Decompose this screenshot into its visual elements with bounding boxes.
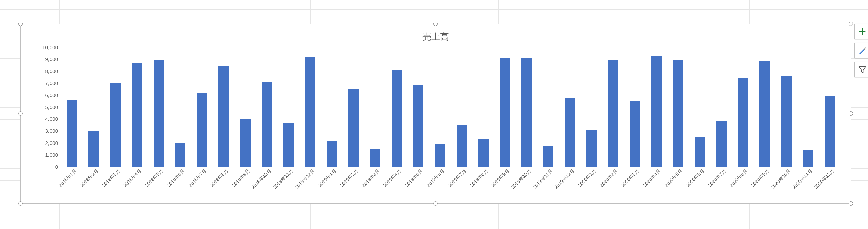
x-axis-tick-label: 2018年9月 (229, 167, 251, 188)
x-axis-tick-label: 2020年8月 (727, 167, 749, 188)
x-axis-tick-label: 2019年1月 (316, 167, 338, 188)
x-axis-tick-label: 2019年9月 (489, 167, 511, 188)
x-axis-tick-label: 2020年9月 (749, 167, 770, 188)
gridline (61, 119, 841, 119)
bar[interactable] (781, 76, 792, 167)
brush-icon (857, 46, 867, 55)
bar[interactable] (673, 60, 684, 167)
bar[interactable] (630, 101, 640, 167)
x-axis-tick-label: 2018年6月 (164, 167, 186, 188)
x-axis-tick-label: 2019年6月 (424, 167, 446, 188)
y-axis-tick-label: 2,000 (45, 140, 58, 146)
plot-area[interactable]: 2018年1月2018年2月2018年3月2018年4月2018年5月2018年… (61, 47, 841, 167)
x-axis-tick-label: 2019年11月 (530, 167, 554, 190)
bar[interactable] (132, 63, 142, 167)
x-axis-tick-label: 2019年8月 (467, 167, 489, 188)
x-axis-tick-label: 2019年2月 (337, 167, 359, 188)
resize-handle-bottom-right[interactable] (849, 201, 853, 206)
x-axis-tick-label: 2020年6月 (684, 167, 706, 188)
x-axis-tick-label: 2020年7月 (705, 167, 727, 188)
bar[interactable] (478, 139, 489, 167)
bar[interactable] (500, 58, 510, 167)
chart-title[interactable]: 売上高 (21, 31, 851, 43)
resize-handle-top-left[interactable] (18, 22, 23, 26)
chart-elements-button[interactable] (854, 24, 868, 39)
bar[interactable] (197, 93, 208, 167)
x-axis-tick-label: 2018年11月 (271, 167, 294, 190)
bar[interactable] (262, 82, 272, 167)
x-axis-tick-label: 2018年3月 (99, 167, 121, 188)
resize-handle-middle-right[interactable] (849, 111, 853, 116)
gridline (61, 155, 841, 155)
bar[interactable] (586, 130, 597, 167)
bar[interactable] (716, 121, 727, 167)
bar[interactable] (327, 141, 337, 167)
y-axis-tick-label: 1,000 (45, 152, 58, 157)
bar[interactable] (521, 58, 532, 167)
y-axis-tick-label: 8,000 (45, 68, 58, 74)
x-axis-tick-label: 2020年12月 (812, 167, 835, 190)
bar[interactable] (803, 150, 813, 167)
gridline (61, 71, 841, 71)
x-axis-tick-label: 2018年12月 (292, 167, 316, 190)
x-axis-tick-label: 2019年3月 (359, 167, 381, 188)
bar[interactable] (88, 131, 99, 167)
bar[interactable] (283, 123, 294, 167)
y-axis-tick-label: 9,000 (45, 56, 58, 62)
x-axis-tick-label: 2018年10月 (249, 167, 273, 190)
y-axis-tick-label: 5,000 (45, 104, 58, 110)
bar[interactable] (218, 66, 229, 167)
bar[interactable] (110, 83, 121, 167)
bar[interactable] (154, 60, 164, 167)
resize-handle-bottom-left[interactable] (18, 201, 23, 206)
bar[interactable] (608, 60, 618, 167)
resize-handle-bottom-middle[interactable] (433, 201, 438, 206)
x-axis-tick-label: 2020年3月 (619, 167, 640, 188)
x-axis-tick-label: 2020年4月 (640, 167, 662, 188)
resize-handle-top-middle[interactable] (433, 22, 438, 26)
resize-handle-middle-left[interactable] (18, 111, 23, 116)
gridline (61, 143, 841, 143)
bar[interactable] (738, 78, 748, 167)
x-axis-tick-label: 2020年11月 (790, 167, 814, 190)
bar[interactable] (695, 137, 705, 167)
gridline (61, 95, 841, 95)
gridline (61, 59, 841, 59)
x-axis-tick-label: 2020年2月 (597, 167, 619, 188)
x-axis-tick-label: 2020年5月 (662, 167, 684, 188)
y-axis-tick-label: 6,000 (45, 92, 58, 98)
bar[interactable] (435, 144, 446, 167)
chart-object[interactable]: 売上高 2018年1月2018年2月2018年3月2018年4月2018年5月2… (20, 24, 851, 204)
chart-styles-button[interactable] (854, 43, 868, 58)
x-axis-tick-label: 2019年7月 (446, 167, 467, 188)
y-axis-tick-label: 0 (55, 164, 58, 170)
x-axis-tick-label: 2019年4月 (381, 167, 402, 188)
bar[interactable] (305, 57, 316, 167)
x-axis-tick-label: 2018年4月 (121, 167, 143, 188)
bar[interactable] (543, 146, 554, 167)
gridline (61, 107, 841, 107)
x-axis-tick-label: 2018年5月 (143, 167, 164, 188)
x-axis-tick-label: 2018年1月 (56, 167, 78, 188)
bar[interactable] (651, 56, 662, 167)
gridline (61, 167, 841, 167)
gridline (61, 83, 841, 83)
x-axis-tick-label: 2018年8月 (208, 167, 229, 188)
bar[interactable] (565, 98, 575, 167)
x-axis-tick-label: 2020年1月 (575, 167, 597, 188)
chart-filters-button[interactable] (854, 62, 868, 77)
x-axis-tick-label: 2019年12月 (552, 167, 576, 190)
x-axis-tick-label: 2018年2月 (78, 167, 99, 188)
y-axis-tick-label: 3,000 (45, 128, 58, 134)
bar[interactable] (760, 61, 770, 167)
bar[interactable] (392, 70, 402, 167)
x-axis-tick-label: 2018年7月 (186, 167, 208, 188)
plus-icon (857, 27, 867, 36)
gridline (61, 131, 841, 131)
y-axis-tick-label: 4,000 (45, 116, 58, 122)
bar[interactable] (67, 100, 78, 167)
bar[interactable] (370, 149, 380, 167)
y-axis-tick-label: 10,000 (42, 44, 58, 50)
resize-handle-top-right[interactable] (849, 22, 853, 26)
funnel-icon (857, 65, 867, 74)
